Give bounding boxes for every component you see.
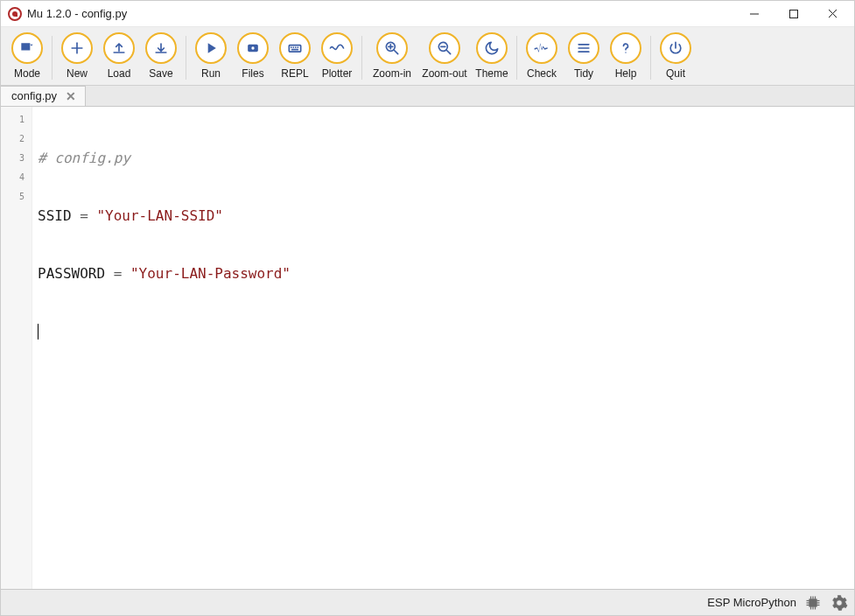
statusbar: ESP MicroPython xyxy=(1,589,854,615)
line-number: 5 xyxy=(1,187,32,206)
svg-line-19 xyxy=(447,51,451,54)
tabbar: config.py ✕ xyxy=(1,86,854,107)
maximize-button[interactable] xyxy=(774,1,813,27)
new-button[interactable]: New xyxy=(56,32,98,83)
code-string: "Your-LAN-Password" xyxy=(130,265,291,282)
play-icon xyxy=(195,32,227,64)
tidy-button[interactable]: Tidy xyxy=(563,32,605,83)
line-number: 2 xyxy=(1,130,32,149)
svg-rect-8 xyxy=(289,46,300,52)
help-button[interactable]: Help xyxy=(605,32,647,83)
quit-button[interactable]: Quit xyxy=(655,32,697,83)
toolbar: Mode New Load Save Run Files R xyxy=(1,27,854,86)
code-area[interactable]: # config.py SSID = "Your-LAN-SSID" PASSW… xyxy=(32,107,854,589)
files-icon xyxy=(237,32,269,64)
save-button[interactable]: Save xyxy=(140,32,182,83)
svg-point-24 xyxy=(625,52,626,52)
help-icon xyxy=(610,32,641,64)
repl-button[interactable]: REPL xyxy=(274,32,316,83)
zoom-out-button[interactable]: Zoom-out xyxy=(418,32,471,83)
tidy-icon xyxy=(568,32,599,64)
code-string: "Your-LAN-SSID" xyxy=(96,207,223,224)
power-icon xyxy=(660,32,691,64)
line-number: 1 xyxy=(1,110,32,130)
titlebar: Mu 1.2.0 - config.py xyxy=(1,1,854,27)
minimize-button[interactable] xyxy=(734,1,774,27)
files-button[interactable]: Files xyxy=(232,32,274,83)
zoom-in-icon xyxy=(376,32,408,64)
code-comment: # config.py xyxy=(38,150,130,166)
mode-icon xyxy=(11,32,43,64)
caret xyxy=(38,324,39,340)
zoom-in-button[interactable]: Zoom-in xyxy=(366,32,418,83)
plotter-icon xyxy=(321,32,353,64)
mode-button[interactable]: Mode xyxy=(6,32,48,83)
close-button[interactable] xyxy=(813,1,852,27)
status-mode: ESP MicroPython xyxy=(707,596,796,609)
tab-close-icon[interactable]: ✕ xyxy=(66,89,76,103)
check-icon xyxy=(526,32,557,64)
theme-button[interactable]: Theme xyxy=(471,32,513,83)
app-icon xyxy=(8,7,22,21)
tab-config[interactable]: config.py ✕ xyxy=(1,86,86,106)
editor[interactable]: 1 2 3 4 5 # config.py SSID = "Your-LAN-S… xyxy=(1,107,854,589)
line-number: 4 xyxy=(1,168,32,187)
check-button[interactable]: Check xyxy=(521,32,563,83)
code-ident: PASSWORD xyxy=(38,265,105,282)
gear-icon[interactable] xyxy=(830,593,849,612)
keyboard-icon xyxy=(279,32,311,64)
window-title: Mu 1.2.0 - config.py xyxy=(27,7,127,20)
plus-icon xyxy=(61,32,93,64)
theme-icon xyxy=(476,32,508,64)
plotter-button[interactable]: Plotter xyxy=(316,32,358,83)
gutter: 1 2 3 4 5 xyxy=(1,107,32,589)
chip-icon[interactable] xyxy=(803,593,823,612)
svg-rect-25 xyxy=(809,598,816,606)
line-number: 3 xyxy=(1,149,32,168)
svg-rect-1 xyxy=(789,10,797,18)
code-ident: SSID xyxy=(38,207,72,224)
run-button[interactable]: Run xyxy=(190,32,232,83)
svg-point-7 xyxy=(251,46,254,49)
upload-icon xyxy=(103,32,135,64)
load-button[interactable]: Load xyxy=(98,32,140,83)
svg-line-15 xyxy=(395,51,398,54)
tab-label: config.py xyxy=(11,89,57,102)
zoom-out-icon xyxy=(429,32,460,64)
download-icon xyxy=(145,32,177,64)
